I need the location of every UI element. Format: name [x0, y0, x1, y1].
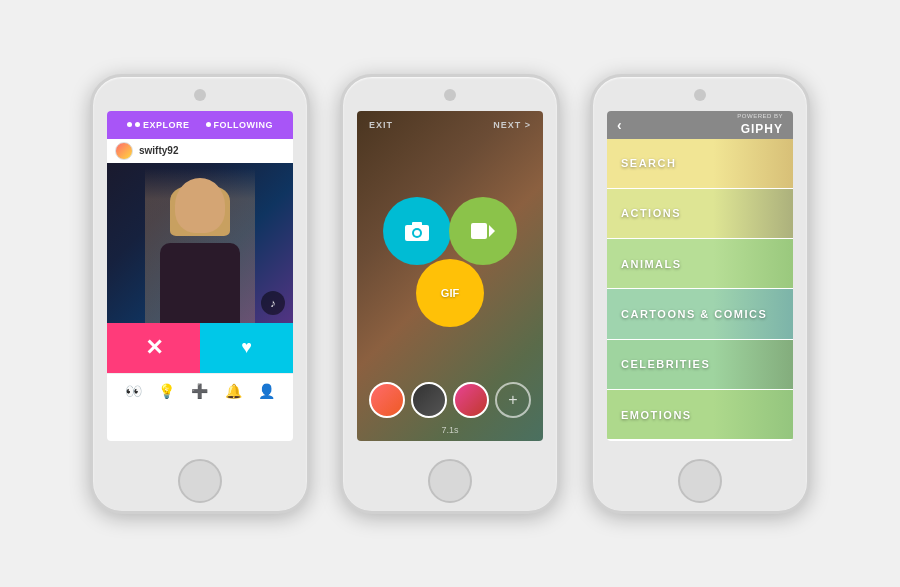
svg-rect-3 [412, 222, 422, 226]
person-figure [145, 168, 255, 323]
nav-eyes-icon[interactable]: 👀 [125, 383, 142, 399]
music-button[interactable]: ♪ [261, 291, 285, 315]
following-btn[interactable]: FOLLOWING [206, 120, 274, 130]
menu-label-actions: ACTIONS [621, 207, 681, 219]
phone2-header: EXIT NEXT > [357, 111, 543, 139]
back-button[interactable]: ‹ [617, 117, 622, 133]
menu-label-celebrities: CELEBRITIES [621, 358, 710, 370]
giphy-label: GIPHY [741, 122, 783, 136]
gif-circle[interactable]: GIF [416, 259, 484, 327]
menu-item-animals[interactable]: ANIMALS [607, 239, 793, 289]
phone3-header: ‹ POWERED BY GIPHY [607, 111, 793, 139]
giphy-branding: POWERED BY GIPHY [737, 113, 783, 137]
video-circle[interactable] [449, 197, 517, 265]
nav-profile-icon[interactable]: 👤 [258, 383, 275, 399]
category-menu: SEARCH ACTIONS ANIMALS CARTOONS & COMICS [607, 139, 793, 441]
username: swifty92 [139, 145, 178, 156]
user-row: swifty92 [107, 139, 293, 163]
content-image: ♪ [107, 163, 293, 323]
avatar [115, 142, 133, 160]
music-icon: ♪ [270, 297, 276, 309]
timer-display: 7.1s [357, 425, 543, 441]
nav-bell-icon[interactable]: 🔔 [225, 383, 242, 399]
svg-marker-5 [489, 225, 495, 237]
thumbnail-row: + [357, 375, 543, 425]
bottom-nav: 👀 💡 ➕ 🔔 👤 [107, 373, 293, 409]
exit-button[interactable]: EXIT [369, 120, 393, 130]
phone-2-screen: EXIT NEXT > [357, 111, 543, 441]
like-button[interactable]: ♥ [200, 323, 293, 373]
explore-btn[interactable]: EXPLORE [127, 120, 190, 130]
thumb-1[interactable] [369, 382, 405, 418]
phone-3: ‹ POWERED BY GIPHY SEARCH ACTIONS ANIMAL… [590, 74, 810, 514]
menu-item-emotions[interactable]: EMOTIONS [607, 390, 793, 440]
nav-add-icon[interactable]: ➕ [191, 383, 208, 399]
nav-bulb-icon[interactable]: 💡 [158, 383, 175, 399]
menu-label-search: SEARCH [621, 157, 676, 169]
thumb-3[interactable] [453, 382, 489, 418]
menu-label-cartoons: CARTOONS & COMICS [621, 308, 767, 320]
menu-label-emotions: EMOTIONS [621, 409, 692, 421]
phone-1-screen: EXPLORE FOLLOWING swifty92 ♪ [107, 111, 293, 441]
menu-label-animals: ANIMALS [621, 258, 682, 270]
phone-3-screen: ‹ POWERED BY GIPHY SEARCH ACTIONS ANIMAL… [607, 111, 793, 441]
menu-item-cartoons[interactable]: CARTOONS & COMICS [607, 289, 793, 339]
thumb-2[interactable] [411, 382, 447, 418]
menu-item-actions[interactable]: ACTIONS [607, 189, 793, 239]
powered-by-label: POWERED BY [737, 113, 783, 119]
svg-rect-4 [471, 223, 487, 239]
svg-point-2 [414, 230, 420, 236]
venn-diagram: GIF [357, 149, 543, 375]
camera-circle[interactable] [383, 197, 451, 265]
add-thumb-button[interactable]: + [495, 382, 531, 418]
menu-item-celebrities[interactable]: CELEBRITIES [607, 340, 793, 390]
next-button[interactable]: NEXT > [493, 120, 531, 130]
body [160, 243, 240, 323]
venn-container: GIF [375, 197, 525, 327]
action-buttons: ✕ ♥ [107, 323, 293, 373]
menu-item-search[interactable]: SEARCH [607, 139, 793, 189]
phone1-header: EXPLORE FOLLOWING [107, 111, 293, 139]
dislike-button[interactable]: ✕ [107, 323, 200, 373]
phone-1: EXPLORE FOLLOWING swifty92 ♪ [90, 74, 310, 514]
head [175, 178, 225, 233]
phone-2: EXIT NEXT > [340, 74, 560, 514]
